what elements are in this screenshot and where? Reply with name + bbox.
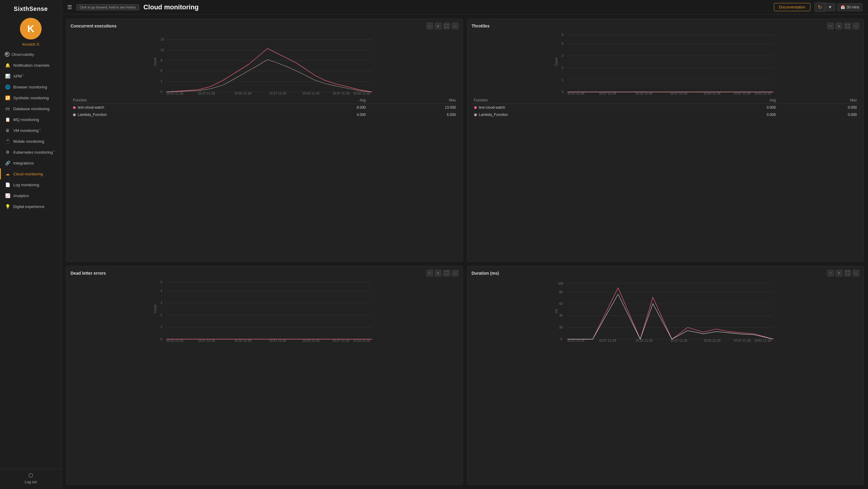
svg-text:15:37 11-18: 15:37 11-18 (269, 339, 286, 342)
sidebar-item-synthetic-monitoring[interactable]: 🔁 Synthetic monitoring (0, 92, 62, 103)
panel-minus-btn-dur[interactable]: − (827, 270, 834, 277)
panel-more-btn[interactable]: ··· (452, 23, 459, 29)
logout-button[interactable]: ⬡ Log out (5, 472, 57, 484)
panel-minus-btn-d[interactable]: − (427, 270, 433, 277)
svg-text:ms: ms (554, 309, 558, 313)
nav-label-mq-monitoring: MQ monitoring (13, 117, 39, 122)
legend-row-2: Lambda_Function 4.000 6.000 (70, 111, 459, 118)
chart-throttles: 0 1 2 3 4 5 Count 15:22 11-18 (472, 31, 860, 94)
panel-controls-duration: − + ⛶ ··· (827, 270, 859, 277)
panel-minus-btn[interactable]: − (427, 23, 433, 29)
nav-badge-apm: + (22, 74, 24, 77)
sidebar-item-kubernetes-monitoring[interactable]: ⚙ Kubernetes monitoring+ (0, 147, 62, 157)
panel-more-btn-dur[interactable]: ··· (852, 270, 859, 277)
nav-label-apm: APM+ (13, 74, 24, 79)
col-function-t: Function (472, 97, 697, 104)
svg-text:4: 4 (160, 289, 162, 292)
dashboard-grid: Concurrent executions − + ⛶ ··· 0 3 6 9 … (62, 15, 868, 489)
panel-more-btn-t[interactable]: ··· (852, 23, 859, 29)
nav-icon-analytics: 📈 (5, 193, 10, 198)
panel-throttles: Throttles − + ⛶ ··· 0 1 2 3 4 5 Count (467, 19, 864, 262)
sidebar-item-analytics[interactable]: 📈 Analytics (0, 190, 62, 201)
sidebar-item-digital-experience[interactable]: 💡 Digital experience (0, 201, 62, 212)
svg-text:80: 80 (559, 290, 562, 294)
panel-title-dead: Dead letter errors (70, 271, 106, 276)
nav-label-browser-monitoring: Browser monitoring (13, 85, 47, 89)
svg-text:0: 0 (160, 337, 162, 341)
panel-concurrent-executions: Concurrent executions − + ⛶ ··· 0 3 6 9 … (66, 19, 463, 262)
chart-dead-letter: 0 1 2 3 4 5 Count 15:22 11-18 15 (70, 278, 459, 342)
documentation-button[interactable]: Documentation (774, 3, 810, 11)
nav-label-vm-monitoring: VM monitoring+ (13, 128, 41, 133)
svg-text:15:47 11-18: 15:47 11-18 (734, 339, 750, 342)
panel-expand-btn-t[interactable]: ⛶ (844, 23, 851, 29)
calendar-icon: 📅 (841, 5, 845, 9)
svg-text:15: 15 (160, 38, 164, 41)
svg-text:15:47 11-18: 15:47 11-18 (333, 91, 349, 94)
time-refresh-icon[interactable]: ↻ (815, 2, 825, 12)
panel-minus-btn-t[interactable]: − (827, 23, 834, 29)
sidebar-item-browser-monitoring[interactable]: 🌐 Browser monitoring (0, 82, 62, 92)
svg-text:15:47 11-18: 15:47 11-18 (734, 91, 750, 94)
nav-icon-database-monitoring: 🗃 (5, 106, 10, 111)
svg-text:1: 1 (562, 78, 563, 82)
hamburger-icon[interactable]: ☰ (67, 4, 72, 10)
nav-label-cloud-monitoring: Cloud monitoring (13, 172, 43, 176)
panel-plus-btn-t[interactable]: + (836, 23, 842, 29)
col-max-t: Max (778, 97, 859, 104)
svg-text:15:22 11-18: 15:22 11-18 (166, 339, 183, 342)
panel-plus-btn-dur[interactable]: + (836, 270, 842, 277)
panel-expand-btn-d[interactable]: ⛶ (443, 270, 450, 277)
sidebar-item-mq-monitoring[interactable]: 📋 MQ monitoring (0, 114, 62, 125)
time-dropdown[interactable]: ▼ (825, 3, 835, 11)
sidebar-item-vm-monitoring[interactable]: 🖥 VM monitoring+ (0, 125, 62, 136)
svg-text:3: 3 (562, 54, 563, 57)
sidebar-item-mobile-monitoring[interactable]: 📱 Mobile monitoring (0, 136, 62, 147)
svg-text:Count: Count (153, 305, 157, 313)
panel-expand-btn-dur[interactable]: ⛶ (844, 270, 851, 277)
dot-pink-t1 (474, 106, 477, 109)
nav-label-mobile-monitoring: Mobile monitoring (13, 139, 44, 144)
sidebar-item-notification-channels[interactable]: 🔔 Notification channels (0, 60, 62, 70)
nav-icon-log-monitoring: 📄 (5, 182, 10, 188)
svg-text:15:27 11-18: 15:27 11-18 (198, 91, 215, 94)
svg-text:100: 100 (558, 282, 563, 285)
panel-more-btn-d[interactable]: ··· (452, 270, 459, 277)
panel-controls-concurrent: − + ⛶ ··· (427, 23, 459, 29)
logout-icon: ⬡ (28, 472, 33, 479)
panel-title-duration: Duration (ms) (472, 271, 499, 276)
panel-header-throttles: Throttles − + ⛶ ··· (472, 23, 860, 29)
dot-light-1 (73, 114, 76, 116)
sidebar-item-log-monitoring[interactable]: 📄 Log monitoring (0, 179, 62, 190)
col-avg: Avg (289, 97, 368, 104)
svg-text:15:42 11-18: 15:42 11-18 (303, 339, 319, 342)
nav-icon-notification-channels: 🔔 (5, 62, 10, 68)
avatar-section: K kousick S (0, 15, 62, 50)
sidebar-item-database-monitoring[interactable]: 🗃 Database monitoring (0, 103, 62, 114)
panel-plus-btn[interactable]: + (435, 23, 441, 29)
svg-text:15:27 11-18: 15:27 11-18 (599, 91, 616, 94)
col-avg-t: Avg (697, 97, 778, 104)
nav-icon-digital-experience: 💡 (5, 204, 10, 209)
svg-text:15:47 11-18: 15:47 11-18 (333, 339, 349, 342)
svg-text:3: 3 (160, 301, 162, 305)
sidebar-item-cloud-monitoring[interactable]: ☁ Cloud monitoring (0, 168, 62, 179)
nav-icon-mobile-monitoring: 📱 (5, 139, 10, 144)
time-calendar[interactable]: 📅 30 mins (837, 3, 863, 11)
panel-dead-letter: Dead letter errors − + ⛶ ··· 0 1 2 3 4 5… (66, 266, 463, 485)
chart-svg-throttles: 0 1 2 3 4 5 Count 15:22 11-18 (472, 31, 860, 94)
svg-text:Count: Count (153, 57, 157, 66)
nav-label-log-monitoring: Log monitoring (13, 183, 39, 187)
svg-text:15:52 11-18: 15:52 11-18 (353, 91, 370, 94)
sidebar-item-integrations[interactable]: 🔗 Integrations (0, 157, 62, 168)
panel-expand-btn[interactable]: ⛶ (443, 23, 450, 29)
sidebar-bottom: ⬡ Log out (0, 469, 62, 489)
avatar-name: kousick S (22, 42, 39, 47)
sidebar-logo: SixthSense (0, 0, 62, 15)
panel-header-duration: Duration (ms) − + ⛶ ··· (472, 270, 860, 277)
svg-text:20: 20 (559, 325, 562, 329)
svg-text:5: 5 (160, 280, 162, 283)
svg-text:15:22 11-18: 15:22 11-18 (567, 339, 584, 342)
sidebar-item-apm[interactable]: 📊 APM+ (0, 70, 62, 82)
panel-plus-btn-d[interactable]: + (435, 270, 441, 277)
